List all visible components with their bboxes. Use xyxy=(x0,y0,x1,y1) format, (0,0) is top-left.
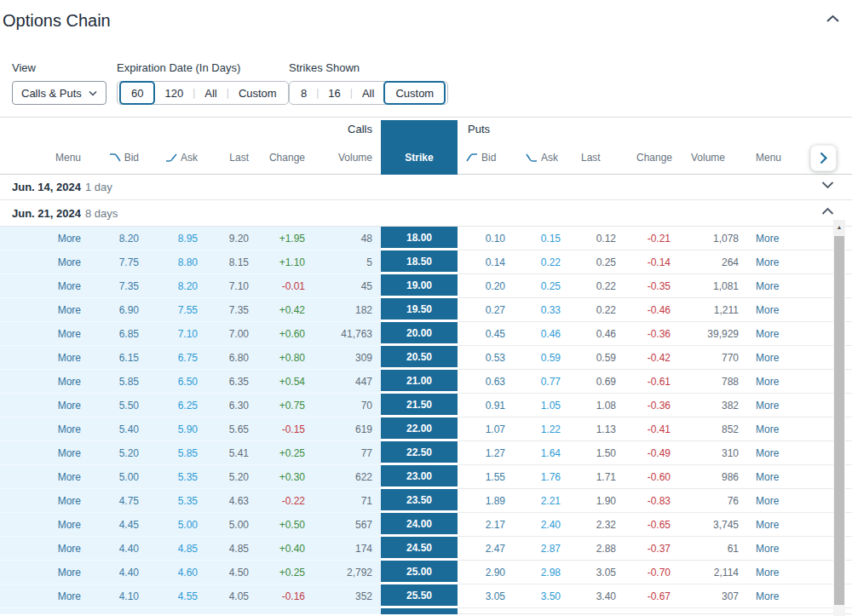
puts-more-link[interactable]: More xyxy=(747,441,802,465)
expiration-option-custom[interactable]: Custom xyxy=(229,81,286,105)
calls-bid-value: 7.75 xyxy=(83,250,151,274)
puts-change-value: -0.67 xyxy=(628,584,682,608)
calls-more-link[interactable]: More xyxy=(0,394,83,417)
puts-bid-value: 0.63 xyxy=(458,370,517,394)
puts-change-value: -0.61 xyxy=(628,370,682,394)
puts-more-link[interactable]: More xyxy=(747,417,802,441)
calls-volume-value: 70 xyxy=(317,394,381,417)
calls-more-link[interactable]: More xyxy=(0,346,83,370)
puts-more-link[interactable]: More xyxy=(747,346,802,370)
calls-ask-value: 8.20 xyxy=(151,274,210,298)
puts-more-link[interactable]: More xyxy=(747,489,802,513)
 xyxy=(151,608,210,614)
puts-last-header[interactable]: Last xyxy=(573,152,628,164)
option-row-strike-18.00: More8.208.959.20+1.954818.000.100.150.12… xyxy=(0,227,852,250)
calls-more-link[interactable]: More xyxy=(0,417,83,441)
calls-change-header[interactable]: Change xyxy=(261,152,317,164)
option-row-strike-23.00: More5.005.355.20+0.3062223.001.551.761.7… xyxy=(0,465,852,489)
scrollbar-up-arrow-icon[interactable]: ▲ xyxy=(833,220,845,234)
calls-more-link[interactable]: More xyxy=(0,561,83,584)
calls-more-link[interactable]: More xyxy=(0,489,83,513)
calls-more-link[interactable]: More xyxy=(0,227,83,250)
calls-more-link[interactable]: More xyxy=(0,441,83,465)
calls-menu-header[interactable]: Menu xyxy=(0,152,83,164)
puts-last-value: 1.90 xyxy=(573,489,628,513)
puts-more-link[interactable]: More xyxy=(747,561,802,584)
calls-more-link[interactable]: More xyxy=(0,537,83,561)
puts-more-link[interactable]: More xyxy=(747,394,802,417)
calls-more-link[interactable]: More xyxy=(0,298,83,322)
puts-ask-value: 0.77 xyxy=(517,370,573,394)
puts-more-link[interactable]: More xyxy=(747,298,802,322)
puts-more-link[interactable]: More xyxy=(747,227,802,250)
puts-menu-header[interactable]: Menu xyxy=(747,152,802,164)
calls-change-value: +0.60 xyxy=(261,322,317,346)
strike-value: 20.50 xyxy=(381,346,458,370)
strikes-option-custom[interactable]: Custom xyxy=(383,81,446,105)
calls-last-header[interactable]: Last xyxy=(210,152,261,164)
puts-change-value: -0.65 xyxy=(628,513,682,537)
expiration-option-all[interactable]: All xyxy=(195,81,226,105)
controls-bar: View Calls & Puts Expiration Date (In Da… xyxy=(12,61,448,105)
calls-last-value: 7.10 xyxy=(210,274,261,298)
group-expand-chevron-down-icon[interactable] xyxy=(821,181,834,189)
calls-more-link[interactable]: More xyxy=(0,274,83,298)
calls-volume-value: 77 xyxy=(317,441,381,465)
scrollbar-thumb[interactable] xyxy=(834,236,844,605)
puts-ask-value: 2.40 xyxy=(517,513,573,537)
calls-more-link[interactable]: More xyxy=(0,370,83,394)
strikes-option-16[interactable]: 16 xyxy=(319,81,349,105)
calls-last-value: 6.30 xyxy=(210,394,261,417)
puts-bid-header[interactable]: Bid xyxy=(458,152,517,164)
puts-more-link[interactable]: More xyxy=(747,513,802,537)
view-dropdown[interactable]: Calls & Puts xyxy=(12,81,106,105)
strikes-option-all[interactable]: All xyxy=(353,81,383,105)
calls-ask-value: 7.10 xyxy=(151,322,210,346)
expiration-group-row[interactable]: Jun. 21, 20248 days xyxy=(0,200,852,227)
calls-more-link[interactable]: More xyxy=(0,250,83,274)
puts-volume-value: 76 xyxy=(682,489,747,513)
calls-bid-header[interactable]: Bid xyxy=(83,152,151,164)
puts-volume-value: 2,114 xyxy=(682,561,747,584)
puts-last-value: 1.71 xyxy=(573,465,628,489)
puts-ask-header[interactable]: Ask xyxy=(517,152,573,164)
vertical-scrollbar[interactable]: ▲ xyxy=(833,220,845,616)
puts-volume-header[interactable]: Volume xyxy=(682,152,747,164)
expiration-option-60[interactable]: 60 xyxy=(119,81,155,105)
 xyxy=(261,608,317,614)
option-row-strike-25.00: More4.404.604.50+0.252,79225.002.902.983… xyxy=(0,561,852,584)
expiration-group-row[interactable]: Jun. 14, 20241 day xyxy=(0,174,852,200)
puts-bid-value: 0.20 xyxy=(458,274,517,298)
calls-more-link[interactable]: More xyxy=(0,465,83,489)
puts-change-value: -0.46 xyxy=(628,298,682,322)
calls-more-link[interactable]: More xyxy=(0,584,83,608)
expiration-option-120[interactable]: 120 xyxy=(155,81,193,105)
puts-more-link[interactable]: More xyxy=(747,537,802,561)
puts-more-link[interactable]: More xyxy=(747,584,802,608)
calls-ask-header[interactable]: Ask xyxy=(151,152,210,164)
puts-change-value: -0.14 xyxy=(628,250,682,274)
 xyxy=(83,608,151,614)
calls-more-link[interactable]: More xyxy=(0,322,83,346)
puts-more-link[interactable]: More xyxy=(747,322,802,346)
next-columns-button[interactable] xyxy=(810,145,837,171)
puts-more-link[interactable]: More xyxy=(747,465,802,489)
panel-collapse-chevron-up-icon[interactable] xyxy=(826,14,840,24)
calls-volume-header[interactable]: Volume xyxy=(317,152,381,164)
puts-more-link[interactable]: More xyxy=(747,370,802,394)
puts-more-link[interactable]: More xyxy=(747,274,802,298)
strikes-option-8[interactable]: 8 xyxy=(291,81,316,105)
 xyxy=(573,608,628,614)
calls-ask-value: 8.95 xyxy=(151,227,210,250)
puts-change-header[interactable]: Change xyxy=(628,152,682,164)
puts-change-value: -0.83 xyxy=(628,489,682,513)
group-collapse-chevron-up-icon[interactable] xyxy=(821,207,834,216)
calls-more-link[interactable]: More xyxy=(0,513,83,537)
calls-bid-value: 4.45 xyxy=(83,513,151,537)
puts-more-link[interactable]: More xyxy=(747,250,802,274)
 xyxy=(747,608,802,614)
calls-last-value: 5.20 xyxy=(210,465,261,489)
 xyxy=(682,608,747,614)
puts-change-value: -0.36 xyxy=(628,394,682,417)
calls-last-value: 4.85 xyxy=(210,537,261,561)
